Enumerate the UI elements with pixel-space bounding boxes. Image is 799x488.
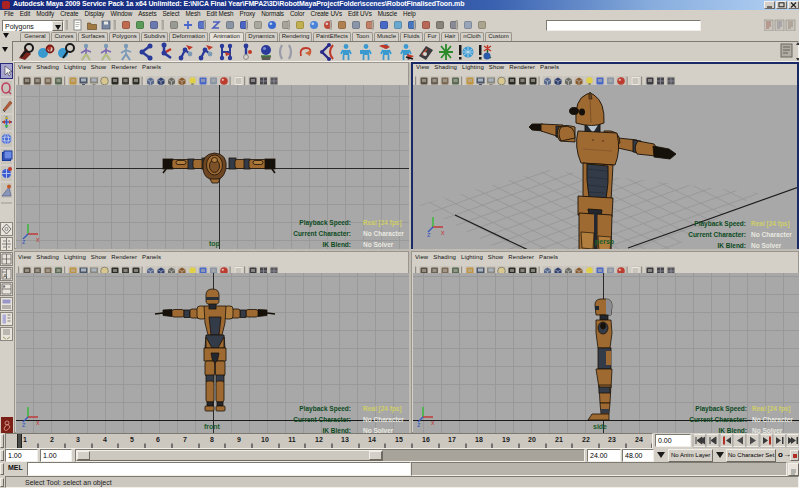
svg-text:A: A [3,273,7,279]
